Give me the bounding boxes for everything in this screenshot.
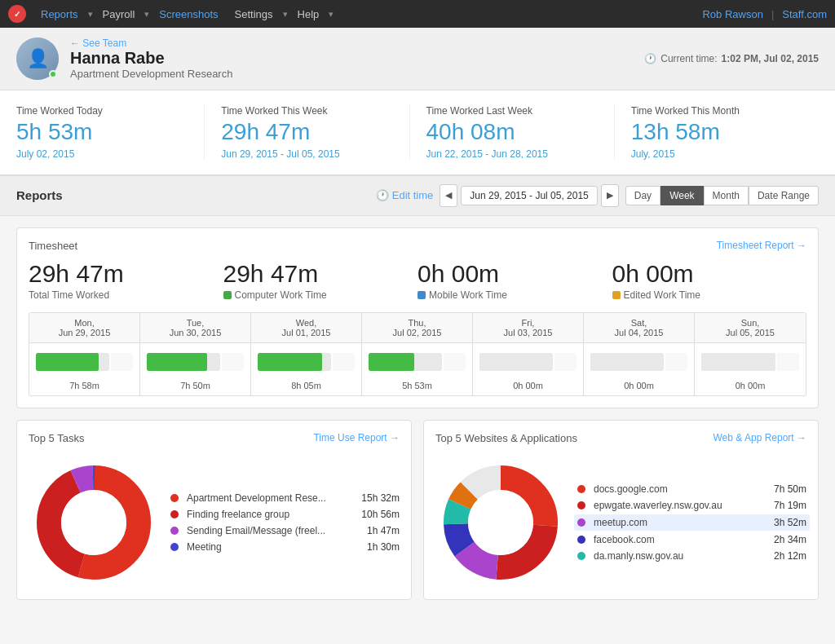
- prev-period-button[interactable]: ◀: [440, 184, 457, 207]
- tasks-header: Top 5 Tasks Time Use Report →: [29, 432, 400, 444]
- legend-value: 10h 56m: [361, 509, 400, 520]
- online-status-dot: [49, 70, 57, 78]
- stat-last-week-label: Time Worked Last Week: [426, 105, 598, 117]
- timesheet-report-link[interactable]: Timesheet Report →: [717, 240, 806, 251]
- nav-payroll[interactable]: Payroll: [96, 8, 142, 20]
- legend-value: 7h 50m: [774, 483, 806, 495]
- day-bar-container[interactable]: [362, 343, 472, 381]
- svg-point-13: [468, 490, 533, 555]
- header-right: 🕐 Current time: 1:02 PM, Jul 02, 2015: [644, 53, 819, 64]
- stat-last-week: Time Worked Last Week 40h 08m Jun 22, 20…: [426, 105, 615, 160]
- websites-header: Top 5 Websites & Applications Web & App …: [435, 432, 806, 444]
- legend-color-dot: [577, 485, 585, 493]
- legend-row: da.manly.nsw.gov.au: [577, 550, 774, 562]
- day-bar-container[interactable]: [140, 343, 250, 381]
- day-bar-background2: [333, 353, 355, 371]
- legend-value: 1h 30m: [367, 541, 400, 553]
- day-bar-container[interactable]: [695, 343, 806, 381]
- legend-value: 15h 32m: [361, 492, 400, 504]
- legend-label: da.manly.nsw.gov.au: [594, 550, 774, 562]
- nav-settings[interactable]: Settings: [228, 8, 280, 20]
- nav-user[interactable]: Rob Rawson: [702, 8, 762, 20]
- day-header: Tue,Jun 30, 2015: [140, 313, 250, 343]
- legend-color-dot: [577, 518, 585, 527]
- legend-row: meetup.com: [577, 517, 774, 528]
- nav-screenshots[interactable]: Screenshots: [152, 8, 224, 20]
- reports-controls: 🕐 Edit time ◀ Jun 29, 2015 - Jul 05, 201…: [376, 184, 819, 207]
- tasks-title: Top 5 Tasks: [29, 432, 84, 444]
- clock-icon: 🕐: [644, 53, 656, 64]
- ts-edited-value: 0h 00m: [612, 260, 807, 288]
- websites-donut-chart: [435, 457, 566, 588]
- legend-label: docs.google.com: [594, 483, 774, 495]
- tasks-report-link[interactable]: Time Use Report →: [313, 432, 400, 443]
- legend-row: epwgate.waverley.nsw.gov.au: [577, 500, 774, 511]
- ts-total-value: 29h 47m: [29, 260, 223, 288]
- user-department: Apartment Development Research: [70, 68, 232, 80]
- legend-item: da.manly.nsw.gov.au 2h 12m: [577, 548, 806, 564]
- edited-dot: [612, 291, 621, 299]
- day-time-label: 0h 00m: [584, 381, 694, 395]
- websites-chart-section: docs.google.com 7h 50m epwgate.waverley.…: [435, 452, 806, 588]
- day-bar-background: [479, 353, 553, 371]
- day-bar-fill: [258, 353, 322, 371]
- day-header: Fri,Jul 03, 2015: [473, 313, 583, 343]
- day-bar-container[interactable]: [29, 343, 139, 381]
- legend-label: Apartment Development Rese...: [187, 492, 361, 504]
- bottom-row: Top 5 Tasks Time Use Report →: [16, 420, 819, 611]
- next-period-button[interactable]: ▶: [601, 184, 619, 207]
- nav-reports[interactable]: Reports: [34, 8, 85, 20]
- stat-this-month-date: July, 2015: [631, 148, 802, 160]
- reports-header: Reports 🕐 Edit time ◀ Jun 29, 2015 - Jul…: [0, 175, 835, 216]
- day-time-label: 8h 05m: [251, 381, 361, 395]
- timesheet-title: Timesheet: [29, 240, 77, 252]
- day-bar-container[interactable]: [473, 343, 583, 381]
- legend-label: facebook.com: [594, 534, 774, 545]
- stat-today-value: 5h 53m: [16, 120, 188, 145]
- day-time-label: 0h 00m: [695, 381, 806, 395]
- day-column: Sun,Jul 05, 2015 0h 00m: [695, 313, 806, 395]
- day-time-label: 7h 58m: [29, 381, 139, 395]
- svg-point-5: [61, 490, 126, 555]
- day-bar-background2: [777, 353, 799, 371]
- day-bar-background: [590, 353, 664, 371]
- legend-value: 2h 12m: [774, 550, 806, 562]
- day-column: Sat,Jul 04, 2015 0h 00m: [584, 313, 695, 395]
- ts-edited-label: Edited Work Time: [612, 289, 807, 301]
- websites-report-link[interactable]: Web & App Report →: [713, 432, 806, 443]
- nav-left: ✓ Reports ▾ Payroll ▾ Screenshots Settin…: [8, 5, 334, 23]
- back-to-team-link[interactable]: ← See Team: [70, 37, 232, 49]
- ts-total: 29h 47m Total Time Worked: [29, 260, 223, 301]
- day-bar-container[interactable]: [251, 343, 361, 381]
- ts-computer-value: 29h 47m: [223, 260, 418, 288]
- legend-color-dot: [577, 552, 585, 560]
- timesheet-card: Timesheet Timesheet Report → 29h 47m Tot…: [16, 227, 819, 408]
- timesheet-stats: 29h 47m Total Time Worked 29h 47m Comput…: [29, 260, 806, 301]
- legend-row: docs.google.com: [577, 483, 774, 495]
- day-column: Thu,Jul 02, 2015 5h 53m: [362, 313, 473, 395]
- nav-help[interactable]: Help: [291, 8, 326, 20]
- view-month-button[interactable]: Month: [704, 186, 749, 205]
- legend-label: Sending Email/Message (freel...: [187, 525, 367, 536]
- view-week-button[interactable]: Week: [660, 186, 703, 205]
- view-daterange-button[interactable]: Date Range: [749, 186, 819, 205]
- stat-today-label: Time Worked Today: [16, 105, 188, 117]
- stat-this-week-value: 29h 47m: [221, 120, 392, 145]
- current-time-label: Current time:: [660, 53, 717, 64]
- day-bar-container[interactable]: [584, 343, 694, 381]
- day-bar-background2: [665, 353, 687, 371]
- day-bar-background: [147, 353, 220, 371]
- day-time-label: 7h 50m: [140, 381, 250, 395]
- ts-edited: 0h 00m Edited Work Time: [612, 260, 807, 301]
- header-left: 👤 ← See Team Hanna Rabe Apartment Develo…: [16, 37, 232, 80]
- day-bar-background: [258, 353, 331, 371]
- legend-label: meetup.com: [594, 517, 774, 528]
- edit-time-button[interactable]: 🕐 Edit time: [376, 189, 434, 201]
- day-bar-background: [36, 353, 109, 371]
- view-day-button[interactable]: Day: [625, 186, 660, 205]
- day-header: Sat,Jul 04, 2015: [584, 313, 694, 343]
- legend-item: Finding freelance group 10h 56m: [170, 506, 400, 523]
- day-column: Mon,Jun 29, 2015 7h 58m: [29, 313, 140, 395]
- user-name: Hanna Rabe: [70, 49, 232, 68]
- nav-company[interactable]: Staff.com: [782, 8, 827, 20]
